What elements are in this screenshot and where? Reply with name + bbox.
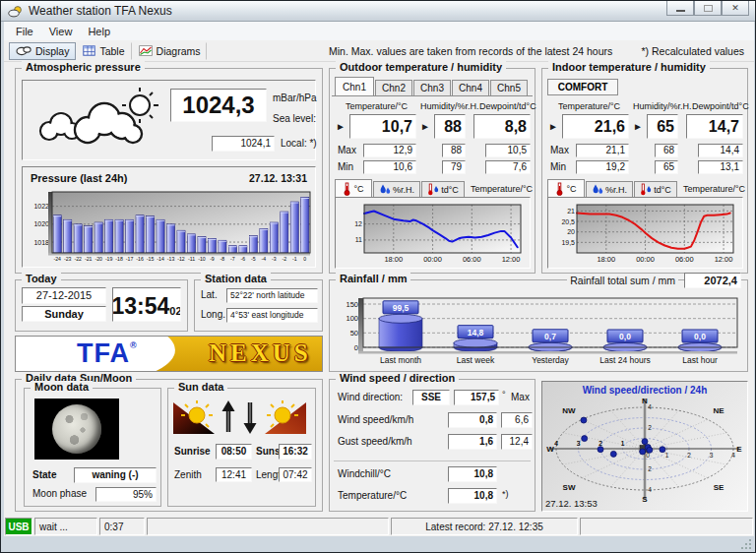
title-bar[interactable]: Weather station TFA Nexus: [1, 1, 755, 22]
pressure-chart-title: Pressure (last 24h): [31, 172, 127, 184]
usb-status-badge: USB: [5, 518, 32, 535]
svg-text:-10: -10: [198, 256, 206, 262]
wind-direction-label: Wind direction:: [338, 392, 403, 402]
display-button[interactable]: Display: [9, 42, 76, 60]
longitude-label: Long.: [201, 309, 225, 320]
status-bar: USB wait ... 0:37 Latest record: 27.12. …: [4, 517, 754, 536]
pressure-local-label: Local: *): [281, 138, 317, 149]
svg-text:14,8: 14,8: [468, 328, 484, 338]
svg-text:2: 2: [598, 440, 602, 447]
menu-file[interactable]: File: [8, 24, 41, 39]
windchill-value: 10,8: [448, 466, 497, 482]
today-weekday: Sunday: [22, 306, 106, 322]
indoor-max-dew: 14,4: [698, 144, 743, 157]
tab-chn2[interactable]: Chn2: [375, 80, 412, 95]
pressure-chart-timestamp: 27.12. 13:31: [249, 172, 307, 184]
svg-text:50: 50: [350, 329, 358, 338]
outdoor-col-temperature: Temperature/°C: [346, 101, 408, 111]
up-arrow-icon: [221, 400, 235, 434]
svg-text:-6: -6: [241, 256, 246, 262]
atmospheric-pressure-title: Atmospheric pressure: [22, 61, 145, 73]
down-arrow-icon: [243, 400, 257, 434]
outdoor-max-label: Max: [338, 145, 356, 155]
resize-grip[interactable]: [739, 537, 751, 549]
gust-speed-value: 1,6: [448, 434, 497, 450]
sea-level-label: Sea level:: [273, 113, 316, 124]
svg-text:11: 11: [355, 236, 362, 243]
menu-view[interactable]: View: [41, 24, 81, 39]
moon-data-title: Moon data: [31, 381, 93, 393]
svg-text:-15: -15: [147, 256, 155, 262]
tab-chn3[interactable]: Chn3: [413, 80, 451, 95]
pressure-bar-chart: 101810201022-24-23-22-21-20-19-18-17-16-…: [26, 188, 313, 265]
close-button[interactable]: ✕: [722, 1, 749, 16]
tab-chn1[interactable]: Chn1: [335, 77, 374, 95]
moon-data-panel: Moon data State waning (-) Moon phase 95…: [24, 388, 161, 507]
status-spacer-right: [580, 518, 753, 535]
svg-text:0,7: 0,7: [544, 332, 556, 341]
wind-direction-degrees: 157,5: [454, 390, 499, 405]
toolbar: Display Table Diagrams Min. Max. values …: [4, 40, 754, 62]
svg-text:SW: SW: [563, 483, 576, 492]
pressure-chart-box: Pressure (last 24h) 27.12. 13:31 1018102…: [22, 166, 316, 268]
indoor-temp-trend-icon: ►: [548, 121, 558, 132]
indoor-subtab-dewpoint[interactable]: td°C: [634, 181, 677, 197]
outdoor-min-hum: 79: [442, 160, 466, 174]
svg-text:-2: -2: [282, 256, 286, 262]
outdoor-chart-box: 111218:0000:0006:0012:00: [335, 197, 531, 269]
station-data-title: Station data: [201, 273, 271, 284]
pressure-value: 1024,3: [170, 89, 267, 122]
table-button[interactable]: Table: [76, 42, 131, 60]
sun-moon-panel: Daily data Sun/Moon Moon data State wani…: [15, 379, 323, 512]
zenith-value: 12:41: [216, 467, 252, 482]
diagrams-button[interactable]: Diagrams: [132, 42, 208, 60]
sun-data-title: Sun data: [174, 381, 227, 393]
indoor-col-dewpoint: Dewpoint/td°C: [692, 101, 749, 111]
wind-chart-timestamp: 27.12. 13:53: [545, 498, 598, 509]
tab-chn5[interactable]: Chn5: [490, 80, 528, 95]
menu-help[interactable]: Help: [80, 24, 118, 39]
svg-text:1020: 1020: [33, 220, 49, 227]
station-data-panel: Station data Lat. 52°22' north latitude …: [194, 279, 323, 332]
svg-text:4: 4: [648, 403, 652, 410]
outdoor-subtab-dewpoint[interactable]: td°C: [421, 181, 465, 197]
menu-bar: File View Help: [4, 22, 754, 40]
svg-text:W: W: [546, 445, 554, 454]
clock: 13:54 02: [112, 287, 181, 322]
svg-text:-21: -21: [85, 256, 93, 262]
indoor-min-dew: 13,1: [698, 160, 743, 174]
window-title: Weather station TFA Nexus: [29, 4, 172, 18]
svg-text:E: E: [736, 445, 742, 454]
indoor-title: Indoor temperature / humidity: [548, 61, 710, 73]
today-title: Today: [22, 273, 61, 284]
thermometer-icon: [343, 182, 351, 196]
indoor-subtab-celsius[interactable]: °C: [547, 179, 585, 197]
maximize-button[interactable]: [694, 1, 722, 16]
minimize-button[interactable]: [666, 1, 694, 16]
wind-direction-text: SSE: [412, 390, 450, 405]
svg-text:1022: 1022: [33, 203, 49, 210]
svg-text:SE: SE: [714, 483, 724, 492]
svg-text:-5: -5: [251, 256, 256, 262]
outdoor-max-temp: 12,9: [363, 144, 416, 157]
latitude-label: Lat.: [201, 289, 218, 300]
latitude-value: 52°22' north latitude: [226, 288, 318, 303]
wind-speed-max: 6,6: [501, 412, 533, 428]
display-icon: [16, 45, 32, 56]
svg-text:Yesterday: Yesterday: [532, 355, 569, 365]
outdoor-subtab-celsius[interactable]: °C: [335, 179, 372, 197]
moon-state-value: waning (-): [74, 467, 157, 483]
outdoor-min-label: Min: [338, 161, 353, 172]
outdoor-humidity-value: 88: [434, 114, 466, 139]
svg-text:Last hour: Last hour: [682, 355, 718, 365]
pressure-unit: mBar/hPa: [273, 92, 316, 103]
outdoor-min-dew: 7,6: [485, 160, 531, 174]
humidity-drops-icon: [379, 184, 391, 196]
moon-phase-image: [52, 404, 101, 454]
outdoor-subtab-humidity[interactable]: %r.H.: [373, 181, 420, 197]
rainfall-bar-chart: 05010015099,5Last month14,8Last week0,7Y…: [334, 292, 743, 369]
indoor-subtab-humidity[interactable]: %r.H.: [586, 181, 633, 197]
tab-chn4[interactable]: Chn4: [452, 80, 489, 95]
app-window: Weather station TFA Nexus ✕ File View He…: [0, 0, 756, 553]
gust-speed-max: 12,4: [501, 434, 533, 450]
